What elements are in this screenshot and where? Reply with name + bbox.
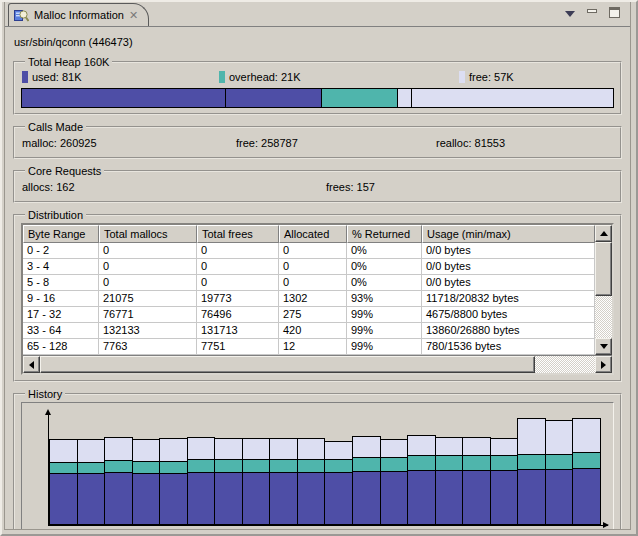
table-cell: 0% (347, 275, 422, 291)
history-bar-16 (490, 438, 519, 525)
horizontal-scroll-thumb[interactable] (40, 356, 535, 373)
bar-used-segment (298, 472, 325, 524)
bar-free-segment (243, 439, 270, 459)
column-header-0[interactable]: Byte Range (23, 225, 99, 243)
history-bar-3 (132, 439, 161, 525)
history-bar-19 (572, 418, 601, 525)
table-cell: 65 - 128 (23, 339, 99, 355)
scroll-down-button[interactable] (595, 338, 612, 355)
bar-overhead-segment (50, 462, 77, 473)
table-cell: 1302 (279, 291, 347, 307)
history-bar-1 (77, 439, 106, 525)
bar-used-segment (325, 472, 352, 524)
bar-overhead-segment (573, 452, 600, 468)
table-cell: 19773 (197, 291, 279, 307)
bar-free-segment (78, 440, 105, 462)
heap-segment-free-4 (411, 89, 613, 107)
column-header-5[interactable]: Usage (min/max) (422, 225, 595, 243)
history-bar-4 (159, 438, 188, 525)
history-bar-17 (517, 418, 546, 525)
table-row[interactable]: 3 - 40000%0/0 bytes (23, 259, 595, 275)
bar-used-segment (546, 469, 573, 524)
scroll-up-button[interactable] (595, 225, 612, 242)
tab-malloc-information[interactable]: Malloc Information ✕ (8, 3, 149, 26)
horizontal-scrollbar[interactable] (23, 355, 612, 373)
bar-used-segment (436, 470, 463, 524)
vertical-scroll-track[interactable] (595, 296, 612, 338)
history-bar-13 (407, 435, 436, 525)
table-cell: 99% (347, 323, 422, 339)
table-header-row: Byte RangeTotal mallocsTotal freesAlloca… (23, 225, 595, 243)
history-title: History (25, 388, 65, 400)
bar-free-segment (436, 438, 463, 455)
overhead-swatch-icon (219, 71, 225, 83)
bar-overhead-segment (353, 457, 380, 471)
table-cell: 420 (279, 323, 347, 339)
table-cell: 7751 (197, 339, 279, 355)
history-bar-18 (545, 420, 574, 525)
table-row[interactable]: 5 - 80000%0/0 bytes (23, 275, 595, 291)
bar-overhead-segment (518, 454, 545, 469)
bar-used-segment (160, 473, 187, 524)
bar-used-segment (518, 469, 545, 524)
table-cell: 0 - 2 (23, 243, 99, 259)
table-cell: 11718/20832 bytes (422, 291, 595, 307)
process-label: usr/sbin/qconn (446473) (14, 36, 622, 48)
bar-used-segment (133, 473, 160, 524)
bar-used-segment (408, 470, 435, 524)
column-header-2[interactable]: Total frees (197, 225, 279, 243)
bar-used-segment (573, 468, 600, 524)
table-row[interactable]: 33 - 6413213313171342099%13860/26880 byt… (23, 323, 595, 339)
distribution-group: Distribution Byte RangeTotal mallocsTota… (13, 209, 622, 382)
table-row[interactable]: 0 - 20000%0/0 bytes (23, 243, 595, 259)
bar-used-segment (381, 471, 408, 524)
bar-used-segment (491, 470, 518, 524)
tab-close-icon[interactable]: ✕ (129, 10, 138, 21)
legend-item-free: free: 57K (459, 71, 514, 83)
bar-used-segment (188, 472, 215, 524)
history-bar-7 (242, 438, 271, 525)
arrow-left-icon (29, 361, 34, 369)
maximize-icon[interactable] (609, 7, 620, 18)
table-row[interactable]: 9 - 162107519773130293%11718/20832 bytes (23, 291, 595, 307)
table-cell: 7763 (99, 339, 197, 355)
history-bar-14 (435, 437, 464, 525)
table-body: 0 - 20000%0/0 bytes3 - 40000%0/0 bytes5 … (23, 243, 595, 355)
table-cell: 99% (347, 307, 422, 323)
column-header-4[interactable]: % Returned (347, 225, 422, 243)
calls-made-stats: malloc: 260925free: 258787realloc: 81553 (22, 137, 614, 149)
column-header-1[interactable]: Total mallocs (99, 225, 197, 243)
table-cell: 4675/8800 bytes (422, 307, 595, 323)
scroll-left-button[interactable] (23, 356, 40, 373)
x-axis (48, 525, 608, 526)
table-cell: 0 (279, 243, 347, 259)
table-cell: 0 (99, 259, 197, 275)
bar-free-segment (408, 436, 435, 455)
vertical-scroll-thumb[interactable] (595, 242, 612, 296)
calls-stat-0: malloc: 260925 (22, 137, 236, 149)
tab-title: Malloc Information (34, 9, 124, 21)
view-menu-icon[interactable] (565, 11, 575, 17)
scroll-right-button[interactable] (595, 356, 612, 373)
vertical-scrollbar[interactable] (595, 225, 612, 355)
column-header-3[interactable]: Allocated (279, 225, 347, 243)
table-cell: 33 - 64 (23, 323, 99, 339)
table-cell: 0/0 bytes (422, 243, 595, 259)
legend-label-free: free: 57K (469, 71, 514, 83)
calls-made-title: Calls Made (25, 121, 86, 133)
bar-used-segment (105, 472, 132, 524)
table-cell: 13860/26880 bytes (422, 323, 595, 339)
history-bar-12 (380, 439, 409, 525)
minimize-icon[interactable] (587, 9, 597, 13)
free-swatch-icon (459, 71, 465, 83)
horizontal-scroll-track[interactable] (535, 356, 595, 373)
table-cell: 21075 (99, 291, 197, 307)
bar-overhead-segment (78, 462, 105, 473)
table-row[interactable]: 17 - 32767717649627599%4675/8800 bytes (23, 307, 595, 323)
view-content: usr/sbin/qconn (446473) Total Heap 160K … (5, 27, 630, 529)
bar-free-segment (188, 438, 215, 459)
table-cell: 76771 (99, 307, 197, 323)
bar-used-segment (243, 472, 270, 524)
table-row[interactable]: 65 - 128776377511299%780/1536 bytes (23, 339, 595, 355)
malloc-information-view: Malloc Information ✕ usr/sbin/qconn (446… (4, 2, 631, 530)
